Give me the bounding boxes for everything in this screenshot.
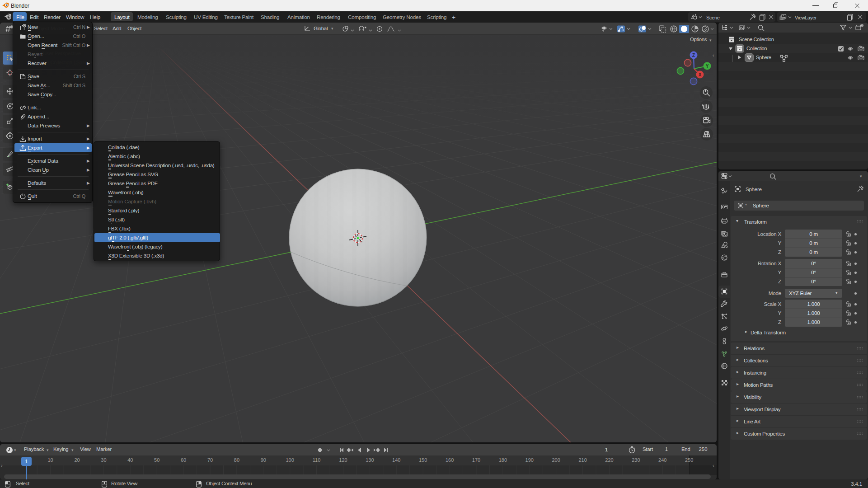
svg-text:Y: Y xyxy=(706,64,709,69)
svg-text:X: X xyxy=(699,72,702,77)
svg-text:‹: ‹ xyxy=(713,52,714,58)
svg-text:Z: Z xyxy=(692,53,695,58)
